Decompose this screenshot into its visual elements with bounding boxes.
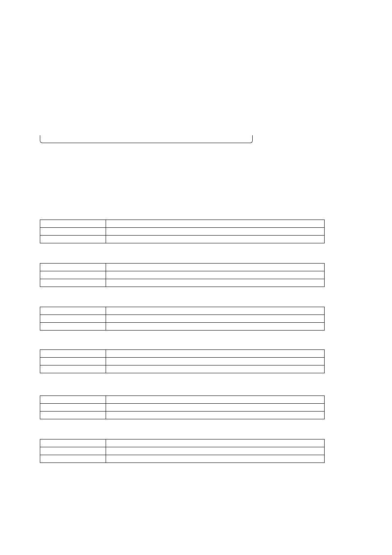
table-row (40, 236, 325, 243)
cell (40, 455, 106, 463)
cell (40, 271, 106, 279)
cell (106, 412, 325, 419)
cell (40, 236, 106, 243)
cell (40, 350, 106, 358)
cell (106, 323, 325, 331)
cell (106, 365, 325, 373)
cell (40, 439, 106, 447)
table-row (40, 365, 325, 373)
cell (40, 307, 106, 315)
table-row (40, 271, 325, 279)
cell (40, 396, 106, 404)
header-box (40, 135, 253, 143)
cell (106, 236, 325, 243)
table-4 (40, 349, 325, 373)
cell (40, 315, 106, 323)
cell (40, 264, 106, 271)
table-row (40, 350, 325, 358)
cell (40, 447, 106, 455)
cell (40, 358, 106, 365)
cell (106, 404, 325, 412)
table-6 (40, 439, 325, 463)
table-row (40, 358, 325, 365)
cell (106, 447, 325, 455)
cell (106, 455, 325, 463)
table-row (40, 228, 325, 236)
table-row (40, 412, 325, 419)
cell (40, 228, 106, 236)
cell (106, 350, 325, 358)
cell (106, 271, 325, 279)
table-row (40, 323, 325, 331)
cell (106, 307, 325, 315)
cell (106, 264, 325, 271)
cell (40, 404, 106, 412)
table-3 (40, 307, 325, 331)
table-row (40, 396, 325, 404)
table-row (40, 264, 325, 271)
table-row (40, 279, 325, 287)
cell (106, 220, 325, 228)
table-row (40, 447, 325, 455)
cell (40, 412, 106, 419)
cell (106, 228, 325, 236)
table-row (40, 315, 325, 323)
cell (40, 365, 106, 373)
table-row (40, 307, 325, 315)
table-row (40, 404, 325, 412)
cell (40, 323, 106, 331)
table-5 (40, 395, 325, 419)
cell (40, 220, 106, 228)
table-row (40, 220, 325, 228)
cell (40, 279, 106, 287)
cell (106, 358, 325, 365)
cell (106, 396, 325, 404)
cell (106, 315, 325, 323)
table-1 (40, 220, 325, 243)
cell (106, 279, 325, 287)
cell (106, 439, 325, 447)
table-row (40, 455, 325, 463)
table-row (40, 439, 325, 447)
table-2 (40, 263, 325, 287)
page (0, 0, 392, 555)
